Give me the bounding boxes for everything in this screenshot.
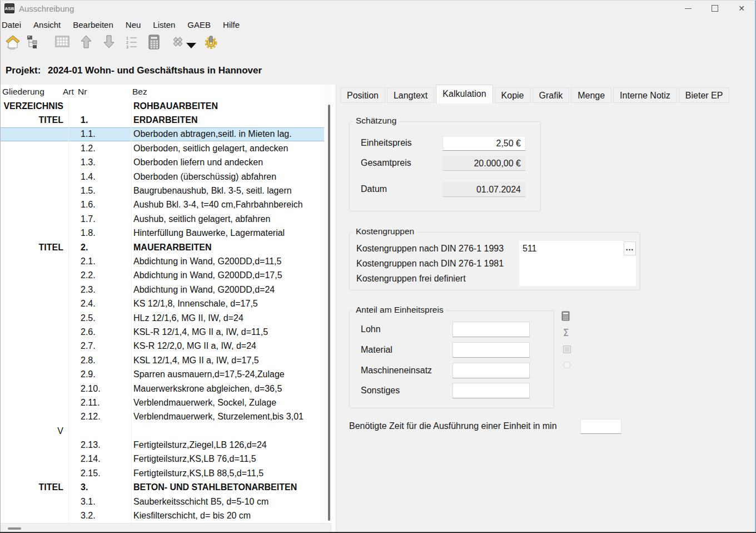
field-maschineneinsatz[interactable] (452, 363, 530, 378)
list-row[interactable]: 2.8.KSL 12/1,4, MG II a, IW, d=17,5 (0, 353, 324, 367)
list-row[interactable]: 2.2.Abdichtung in Wand, G200DD,d=17,5 (0, 269, 324, 283)
list-row[interactable]: 1.8.Hinterfüllung Bauwerke, Lagermateria… (0, 226, 324, 240)
list-row[interactable]: 1.5.Baugrubenaushub, Bkl. 3-5, seitl. la… (0, 184, 324, 198)
list-cell-bez: Sparren ausmauern,d=17,5-24,Zulage (132, 367, 324, 381)
tab-kalkulation[interactable]: Kalkulation (436, 85, 493, 103)
list-row[interactable]: 2.12.Verblendmauerwerk, Sturzelement,bis… (0, 410, 324, 424)
tab-kopie[interactable]: Kopie (495, 87, 531, 103)
field-kostengruppen-frei-definiert[interactable] (519, 271, 636, 286)
tab-position[interactable]: Position (340, 87, 385, 103)
sigma-icon[interactable]: Σ (560, 327, 571, 338)
list-row[interactable]: 1.7.Aushub, seitlich gelagert, abfahren (0, 212, 324, 226)
groupbox-kostengruppen: Kostengruppen Kostengruppen nach DIN 276… (349, 232, 640, 290)
vertical-scrollbar-thumb[interactable] (328, 105, 330, 521)
list-row[interactable]: 2.15.Fertigteilsturz,KS,LB 88,5,d=11,5 (0, 466, 324, 480)
field-einheitspreis[interactable] (442, 136, 526, 151)
list-row[interactable]: 2.7.KS-R 12/2,0, MG II a, IW, d=24 (0, 339, 324, 353)
tab-interne-notiz[interactable]: Interne Notiz (613, 87, 677, 103)
list-row[interactable]: 3.2.Kiesfilterschicht, d= bis 20 cm (0, 509, 324, 522)
list-row[interactable]: 1.6.Aushub Bkl. 3-4, t=40 cm,Fahrbahnber… (0, 198, 324, 212)
groupbox-schaetzung: Schätzung EinheitspreisGesamtpreisDatum (349, 121, 541, 211)
field-kostengruppen-nach-din-276-1-1993[interactable] (519, 241, 636, 256)
list-cell-bez: ROHBAUARBEITEN (132, 99, 324, 113)
field-sonstiges[interactable] (452, 383, 530, 398)
move-up-icon[interactable] (81, 33, 97, 50)
field-material[interactable] (452, 342, 530, 358)
list-row[interactable]: 2.6.KSL-R 12/1,4, MG II a, IW, d=11,5 (0, 325, 324, 339)
list-row[interactable]: 1.2.Oberboden, seitlich gelagert, andeck… (0, 141, 324, 155)
list-row[interactable]: 3.1.Sauberkeitsschicht B5, d=5-10 cm (0, 495, 324, 509)
field-lohn[interactable] (452, 322, 530, 337)
field-gesamtpreis (442, 156, 526, 171)
list-row[interactable]: 2.14.Fertigteilsturz,KS,LB 76,d=11,5 (0, 452, 324, 466)
column-header-bez: Bez (132, 87, 147, 97)
dropdown-caret-icon[interactable] (186, 37, 202, 54)
list-cell-gliederung (0, 170, 69, 184)
move-down-icon[interactable] (103, 33, 120, 50)
list-row[interactable]: V (0, 424, 324, 438)
list-row[interactable]: 1.3.Oberboden liefern und andecken (0, 156, 324, 170)
calculator-icon[interactable] (148, 33, 165, 50)
horizontal-scrollbar-thumb[interactable] (8, 527, 21, 530)
zeit-input[interactable] (580, 419, 621, 434)
list-cell-gliederung: TITEL (0, 240, 69, 254)
close-button[interactable]: ✕ (728, 0, 755, 17)
list-cell-bez: Aushub, seitlich gelagert, abfahren (132, 212, 324, 226)
list-cell-nr: 2.9. (69, 367, 132, 381)
list-row[interactable]: VERZEICHNISROHBAUARBEITEN (0, 99, 324, 113)
pinwheel-icon[interactable] (170, 33, 187, 50)
menu-listen[interactable]: Listen (147, 18, 181, 31)
list-row[interactable]: 1.4.Oberboden (überschüssig) abfahren (0, 170, 324, 184)
list-row[interactable]: 2.9.Sparren ausmauern,d=17,5-24,Zulage (0, 367, 324, 381)
list-row[interactable]: 1.1.Oberboden abtragen,seitl. in Mieten … (0, 127, 324, 141)
numbered-list-icon[interactable]: 123 (126, 33, 143, 50)
list-cell-gliederung (0, 452, 69, 466)
settings-gear-icon[interactable] (203, 33, 220, 50)
list-row[interactable]: 2.11.Verblendmauerwerk, Sockel, Zulage (0, 396, 324, 409)
minimize-icon (685, 8, 692, 9)
tab-langtext[interactable]: Langtext (387, 87, 434, 103)
table-icon[interactable] (55, 33, 72, 50)
list-cell-bez: Abdichtung in Wand, G200DD,d=17,5 (132, 269, 324, 283)
list-cell-gliederung (0, 325, 69, 339)
menu-neu[interactable]: Neu (120, 18, 147, 31)
list-row[interactable]: 2.1.Abdichtung in Wand, G200DD,d=11,5 (0, 254, 324, 268)
list-row[interactable]: TITEL2.MAUERARBEITEN (0, 240, 324, 254)
list-cell-nr: 3. (69, 481, 132, 495)
window-border-left (0, 0, 1, 533)
list-cell-gliederung (0, 198, 69, 212)
list-row[interactable]: 2.4.KS 12/1,8, Innenschale, d=17,5 (0, 297, 324, 310)
list-row[interactable]: 2.13.Fertigteilsturz,Ziegel,LB 126,d=24 (0, 438, 324, 452)
list-row[interactable]: TITEL1.ERDARBEITEN (0, 113, 324, 127)
list-cell-nr: 1.1. (69, 127, 132, 141)
tab-bieter-ep[interactable]: Bieter EP (679, 87, 730, 103)
list-row[interactable]: 2.5.HLz 12/1,6, MG II, IW, d=24 (0, 311, 324, 325)
field-kostengruppen-nach-din-276-1-1981[interactable] (519, 256, 636, 271)
home-icon[interactable] (6, 33, 22, 50)
list-row[interactable]: TITEL3.BETON- UND STAHLBETONARBEITEN (0, 481, 324, 495)
tab-menge[interactable]: Menge (571, 87, 611, 103)
groupbox-anteil-einheitspreis: Anteil am Einheitspreis LohnMaterialMasc… (349, 310, 554, 408)
structure-icon[interactable] (27, 33, 43, 50)
list-cell-bez: ERDARBEITEN (132, 113, 324, 127)
menu-gaeb[interactable]: GAEB (181, 18, 217, 31)
list-cell-bez: Verblendmauerwerk, Sockel, Zulage (132, 396, 324, 409)
list-row[interactable]: 2.10.Mauerwerkskrone abgleichen, d=36,5 (0, 382, 324, 396)
maximize-button[interactable] (702, 0, 728, 17)
browse-kostengruppen-button[interactable]: … (624, 241, 636, 255)
list-cell-bez: Oberboden abtragen,seitl. in Mieten lag. (132, 127, 324, 141)
list-cell-nr: 2.15. (69, 466, 132, 480)
minimize-button[interactable] (675, 0, 702, 17)
field-label-gesamtpreis: Gesamtpreis (361, 157, 411, 169)
list-row[interactable]: 2.3.Abdichtung in Wand, G200DD,d=24 (0, 283, 324, 297)
vertical-scrollbar[interactable] (324, 85, 332, 523)
menu-hilfe[interactable]: Hilfe (217, 18, 246, 31)
list-rows: VERZEICHNISROHBAUARBEITENTITEL1.ERDARBEI… (0, 99, 324, 523)
tab-grafik[interactable]: Grafik (533, 87, 570, 103)
calc-small-icon[interactable] (560, 310, 571, 322)
list-cell-bez: Fertigteilsturz,Ziegel,LB 126,d=24 (132, 438, 324, 452)
menu-datei[interactable]: Datei (1, 18, 27, 31)
list-cell-bez: Baugrubenaushub, Bkl. 3-5, seitl. lagern (132, 184, 324, 198)
menu-bearbeiten[interactable]: Bearbeiten (67, 18, 120, 31)
menu-ansicht[interactable]: Ansicht (27, 18, 67, 31)
